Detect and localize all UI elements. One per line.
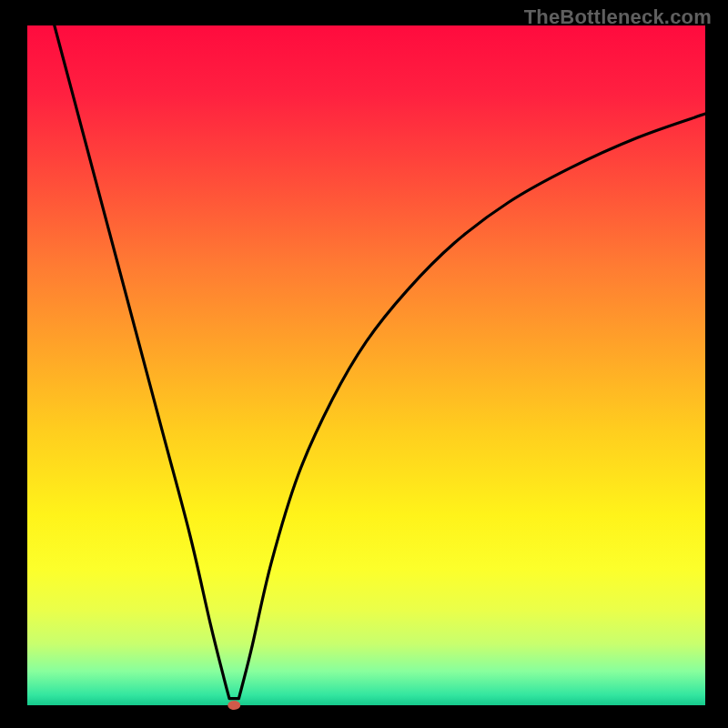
optimal-marker [228, 701, 240, 710]
bottleneck-chart [0, 0, 728, 728]
watermark-text: TheBottleneck.com [524, 5, 712, 29]
plot-area [27, 25, 705, 705]
chart-stage: TheBottleneck.com [0, 0, 728, 728]
